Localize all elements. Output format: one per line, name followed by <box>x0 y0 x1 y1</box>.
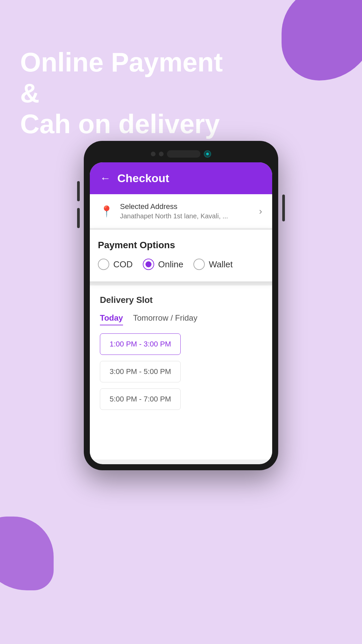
tab-tomorrow[interactable]: Tomorrow / Friday <box>133 313 197 325</box>
payment-label-online: Online <box>158 259 183 270</box>
time-slot-3[interactable]: 5:00 PM - 7:00 PM <box>100 388 181 410</box>
payment-option-cod[interactable]: COD <box>98 259 133 270</box>
address-value: Janathapet North 1st lane, Kavali, ... <box>120 212 252 220</box>
time-slot-2[interactable]: 3:00 PM - 5:00 PM <box>100 361 181 382</box>
payment-card: Payment Options COD Online <box>90 230 272 281</box>
payment-option-online[interactable]: Online <box>143 259 183 270</box>
checkout-header: ← Checkout <box>90 162 272 194</box>
time-slots: 1:00 PM - 3:00 PM 3:00 PM - 5:00 PM 5:00… <box>100 333 262 410</box>
phone-top-bar <box>90 147 272 162</box>
phone-side-button-right <box>282 195 285 221</box>
phone-side-button-left-top <box>77 181 80 201</box>
radio-inner-online <box>145 261 152 267</box>
phone-dot-right <box>159 152 164 156</box>
checkout-title: Checkout <box>117 172 169 185</box>
payment-option-wallet[interactable]: Wallet <box>193 259 233 270</box>
phone-mockup: ← Checkout 📍 Selected Address Janathapet… <box>84 141 278 470</box>
time-slot-1[interactable]: 1:00 PM - 3:00 PM <box>100 333 181 355</box>
radio-online[interactable] <box>143 259 154 270</box>
hero-title: Online Payment & Cah on delivery <box>20 47 235 140</box>
radio-cod[interactable] <box>98 259 109 270</box>
tab-today[interactable]: Today <box>100 313 123 325</box>
address-content: Selected Address Janathapet North 1st la… <box>120 202 252 220</box>
phone-screen: ← Checkout 📍 Selected Address Janathapet… <box>90 162 272 464</box>
payment-label-cod: COD <box>113 259 133 270</box>
delivery-title: Delivery Slot <box>100 295 262 305</box>
phone-outer: ← Checkout 📍 Selected Address Janathapet… <box>84 141 278 470</box>
payment-options-title: Payment Options <box>98 240 264 251</box>
address-label: Selected Address <box>120 202 252 211</box>
phone-dot-left <box>151 152 156 156</box>
day-tabs: Today Tomorrow / Friday <box>100 313 262 325</box>
payment-label-wallet: Wallet <box>209 259 233 270</box>
address-chevron-icon: › <box>259 206 262 217</box>
delivery-section: Delivery Slot Today Tomorrow / Friday 1:… <box>90 285 272 419</box>
phone-side-button-left-bottom <box>77 208 80 228</box>
phone-speaker <box>167 150 200 158</box>
radio-wallet[interactable] <box>193 259 205 270</box>
back-button[interactable]: ← <box>100 172 111 184</box>
blob-top-right <box>282 0 362 80</box>
location-icon: 📍 <box>100 205 113 218</box>
hero-section: Online Payment & Cah on delivery <box>20 47 235 140</box>
payment-options-row: COD Online Wallet <box>98 259 264 270</box>
bottom-area <box>90 419 272 460</box>
phone-camera <box>204 150 211 158</box>
address-section[interactable]: 📍 Selected Address Janathapet North 1st … <box>90 194 272 228</box>
blob-bottom-left <box>0 517 54 590</box>
